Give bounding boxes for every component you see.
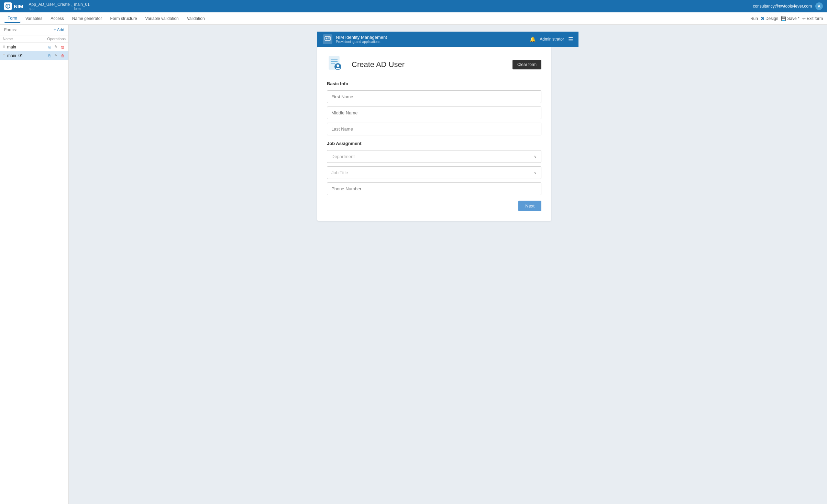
item-ops-main: ⎘ ✎ 🗑 <box>47 44 66 49</box>
middle-name-field[interactable] <box>327 107 541 119</box>
form-card-inner: Create AD User Clear form Basic Info <box>317 47 551 221</box>
app-bar-right: 🔔 Administrator ☰ <box>530 36 573 43</box>
app-title-area: NIM Identity Management Provisioning and… <box>336 35 387 44</box>
run-button[interactable]: Run <box>750 16 758 21</box>
logo-icon <box>4 2 12 10</box>
edit-main01-button[interactable]: ✎ <box>53 53 58 58</box>
svg-point-11 <box>337 65 339 67</box>
col-name-label: Name <box>3 37 44 41</box>
phone-number-field[interactable] <box>327 182 541 195</box>
sidebar: Forms: + Add Name Operations ⠿ main ⎘ ✎ … <box>0 25 69 504</box>
last-name-field[interactable] <box>327 123 541 135</box>
breadcrumb-sep: › <box>71 4 73 9</box>
app-name: App_AD_User_Create <box>29 2 70 7</box>
add-form-button[interactable]: + Add <box>54 27 64 32</box>
job-assignment-section-title: Job Assignment <box>327 141 541 146</box>
department-label: Department <box>331 154 534 159</box>
hamburger-menu-icon[interactable]: ☰ <box>568 36 573 43</box>
tab-variables[interactable]: Variables <box>22 15 46 22</box>
admin-name: Administrator <box>540 37 564 42</box>
sidebar-header: Forms: + Add <box>0 25 68 35</box>
item-ops-main01: ⎘ ✎ 🗑 <box>47 53 66 58</box>
svg-point-3 <box>326 38 328 40</box>
job-title-label: Job Title <box>331 170 534 175</box>
tab-form[interactable]: Form <box>4 14 21 23</box>
sidebar-columns: Name Operations <box>0 35 68 43</box>
form-card: Create AD User Clear form Basic Info <box>317 47 551 221</box>
delete-main01-button[interactable]: 🗑 <box>60 53 66 58</box>
app-logo-icon <box>323 34 332 44</box>
user-email: consultancy@nwtools4ever.com <box>753 4 812 9</box>
top-bar-right: consultancy@nwtools4ever.com A <box>753 2 823 10</box>
save-icon: 💾 <box>781 16 786 21</box>
drag-handle-icon: ⠿ <box>3 45 5 49</box>
notification-bell-icon[interactable]: 🔔 <box>530 36 536 42</box>
logo-text: NIM <box>14 3 23 9</box>
first-name-field[interactable] <box>327 90 541 103</box>
delete-main-button[interactable]: 🗑 <box>60 44 66 49</box>
form-actions: Next <box>327 201 541 211</box>
secondary-nav: Form Variables Access Name generator For… <box>0 12 827 25</box>
sidebar-item-label-main01: main_01 <box>7 53 45 58</box>
sec-nav-actions: Run Design 💾 Save * ↩ Exit form <box>750 16 823 21</box>
svg-rect-2 <box>325 36 330 41</box>
save-button[interactable]: 💾 Save * <box>781 16 799 21</box>
sidebar-item-main01[interactable]: ⠿ main_01 ⎘ ✎ 🗑 <box>0 51 68 60</box>
main-content: NIM Identity Management Provisioning and… <box>69 25 827 504</box>
next-button[interactable]: Next <box>518 201 541 211</box>
first-name-input[interactable] <box>331 94 537 99</box>
design-button[interactable]: Design <box>761 16 778 21</box>
exit-icon: ↩ <box>802 16 806 21</box>
clear-form-button[interactable]: Clear form <box>512 60 541 69</box>
form-title-area: Create AD User <box>327 55 405 74</box>
app-subtitle: Provisioning and applications <box>336 40 387 44</box>
layout: Forms: + Add Name Operations ⠿ main ⎘ ✎ … <box>0 25 827 504</box>
tab-form-structure[interactable]: Form structure <box>107 15 141 22</box>
tab-variable-validation[interactable]: Variable validation <box>142 15 182 22</box>
drag-handle-icon: ⠿ <box>3 54 5 57</box>
sidebar-item-label-main: main <box>7 45 45 49</box>
form-header-icon <box>327 55 346 74</box>
form-wrapper: NIM Identity Management Provisioning and… <box>317 32 578 221</box>
copy-main-button[interactable]: ⎘ <box>47 44 52 49</box>
job-title-field[interactable]: Job Title ∨ <box>327 166 541 179</box>
job-title-dropdown-icon[interactable]: ∨ <box>534 170 537 175</box>
app-bar: NIM Identity Management Provisioning and… <box>317 32 578 47</box>
tab-validation[interactable]: Validation <box>184 15 208 22</box>
middle-name-input[interactable] <box>331 110 537 115</box>
design-radio-icon <box>761 17 764 20</box>
form-title: Create AD User <box>352 60 405 69</box>
last-name-input[interactable] <box>331 126 537 132</box>
basic-info-section-title: Basic Info <box>327 81 541 86</box>
breadcrumb: App_AD_User_Create app › main_01 form <box>29 2 90 11</box>
app-title: NIM Identity Management <box>336 35 387 40</box>
exit-form-button[interactable]: ↩ Exit form <box>802 16 823 21</box>
form-label: form <box>74 7 90 11</box>
tab-access[interactable]: Access <box>47 15 67 22</box>
phone-number-input[interactable] <box>331 186 537 191</box>
col-ops-label: Operations <box>47 37 66 41</box>
tab-name-generator[interactable]: Name generator <box>69 15 106 22</box>
app-bar-left: NIM Identity Management Provisioning and… <box>323 34 387 44</box>
department-field[interactable]: Department ∨ <box>327 150 541 163</box>
form-name: main_01 <box>74 2 90 7</box>
top-bar: NIM App_AD_User_Create app › main_01 for… <box>0 0 827 12</box>
sidebar-label: Forms: <box>4 27 17 32</box>
sidebar-item-main[interactable]: ⠿ main ⎘ ✎ 🗑 <box>0 43 68 51</box>
form-header: Create AD User Clear form <box>327 55 541 74</box>
logo-area: NIM <box>4 2 23 10</box>
department-dropdown-icon[interactable]: ∨ <box>534 154 537 159</box>
avatar: A <box>815 2 823 10</box>
edit-main-button[interactable]: ✎ <box>53 44 58 49</box>
copy-main01-button[interactable]: ⎘ <box>47 53 52 58</box>
app-label: app <box>29 7 70 11</box>
